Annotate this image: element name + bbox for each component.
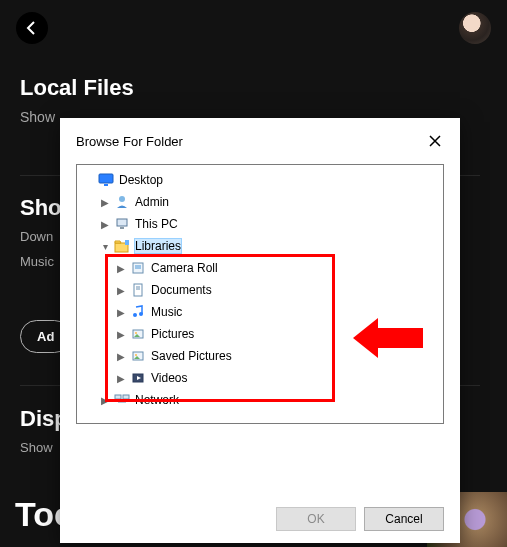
svg-point-12	[133, 313, 137, 317]
node-label-documents[interactable]: Documents	[151, 283, 212, 297]
tree-node-libraries[interactable]: ▾ Libraries	[79, 235, 441, 257]
expander-icon-open[interactable]: ▾	[97, 241, 113, 252]
expander-icon[interactable]: ▶	[113, 307, 129, 318]
cancel-button[interactable]: Cancel	[364, 507, 444, 531]
tree-node-savedpictures[interactable]: ▶ Saved Pictures	[79, 345, 441, 367]
node-label-desktop[interactable]: Desktop	[119, 173, 163, 187]
svg-rect-19	[115, 395, 121, 399]
node-label-network[interactable]: Network	[135, 393, 179, 407]
svg-rect-6	[125, 240, 129, 245]
dialog-header: Browse For Folder	[60, 118, 460, 164]
section-title-local-files: Local Files	[20, 75, 487, 101]
tree-node-thispc[interactable]: ▶ This PC	[79, 213, 441, 235]
libraries-icon	[113, 237, 131, 255]
node-label-cameraroll[interactable]: Camera Roll	[151, 261, 218, 275]
node-label-pictures[interactable]: Pictures	[151, 327, 194, 341]
svg-rect-3	[117, 219, 127, 226]
svg-point-17	[135, 354, 137, 356]
close-icon	[429, 135, 441, 147]
dialog-footer: OK Cancel	[60, 495, 460, 543]
back-button[interactable]	[16, 12, 48, 44]
expander-icon[interactable]: ▶	[113, 285, 129, 296]
svg-point-2	[119, 196, 125, 202]
avatar[interactable]	[459, 12, 491, 44]
documents-icon	[129, 281, 147, 299]
expander-icon[interactable]: ▶	[113, 263, 129, 274]
dialog-title: Browse For Folder	[76, 134, 183, 149]
tree-node-documents[interactable]: ▶ Documents	[79, 279, 441, 301]
folder-tree[interactable]: Desktop ▶ Admin ▶ This PC ▾ Libraries ▶ …	[76, 164, 444, 424]
tree-node-admin[interactable]: ▶ Admin	[79, 191, 441, 213]
node-label-videos[interactable]: Videos	[151, 371, 187, 385]
chevron-left-icon	[24, 20, 40, 36]
videos-icon	[129, 369, 147, 387]
svg-rect-9	[134, 284, 142, 296]
node-label-libraries[interactable]: Libraries	[135, 239, 181, 253]
tree-node-videos[interactable]: ▶ Videos	[79, 367, 441, 389]
svg-rect-8	[135, 265, 141, 269]
tree-node-pictures[interactable]: ▶ Pictures	[79, 323, 441, 345]
node-label-music[interactable]: Music	[151, 305, 182, 319]
pictures-icon	[129, 325, 147, 343]
expander-icon[interactable]: ▶	[97, 395, 113, 406]
tree-node-music[interactable]: ▶ Music	[79, 301, 441, 323]
svg-rect-4	[120, 227, 124, 229]
node-label-thispc[interactable]: This PC	[135, 217, 178, 231]
browse-for-folder-dialog: Browse For Folder Desktop ▶ Admin ▶ This…	[60, 118, 460, 543]
svg-point-15	[135, 332, 137, 334]
music-icon	[129, 303, 147, 321]
library-item-icon	[129, 259, 147, 277]
tree-node-cameraroll[interactable]: ▶ Camera Roll	[79, 257, 441, 279]
ok-button[interactable]: OK	[276, 507, 356, 531]
app-topbar	[0, 0, 507, 55]
expander-icon[interactable]: ▶	[113, 351, 129, 362]
svg-rect-1	[104, 184, 108, 186]
expander-icon[interactable]: ▶	[113, 329, 129, 340]
tree-node-network[interactable]: ▶ Network	[79, 389, 441, 411]
user-icon	[113, 193, 131, 211]
expander-icon[interactable]: ▶	[113, 373, 129, 384]
svg-rect-20	[123, 395, 129, 399]
desktop-icon	[97, 171, 115, 189]
node-label-savedpictures[interactable]: Saved Pictures	[151, 349, 232, 363]
node-label-admin[interactable]: Admin	[135, 195, 169, 209]
svg-rect-0	[99, 174, 113, 183]
tree-node-desktop[interactable]: Desktop	[79, 169, 441, 191]
close-button[interactable]	[426, 132, 444, 150]
pictures-icon	[129, 347, 147, 365]
network-icon	[113, 391, 131, 409]
expander-icon[interactable]: ▶	[97, 197, 113, 208]
svg-point-13	[139, 312, 143, 316]
expander-icon[interactable]: ▶	[97, 219, 113, 230]
pc-icon	[113, 215, 131, 233]
